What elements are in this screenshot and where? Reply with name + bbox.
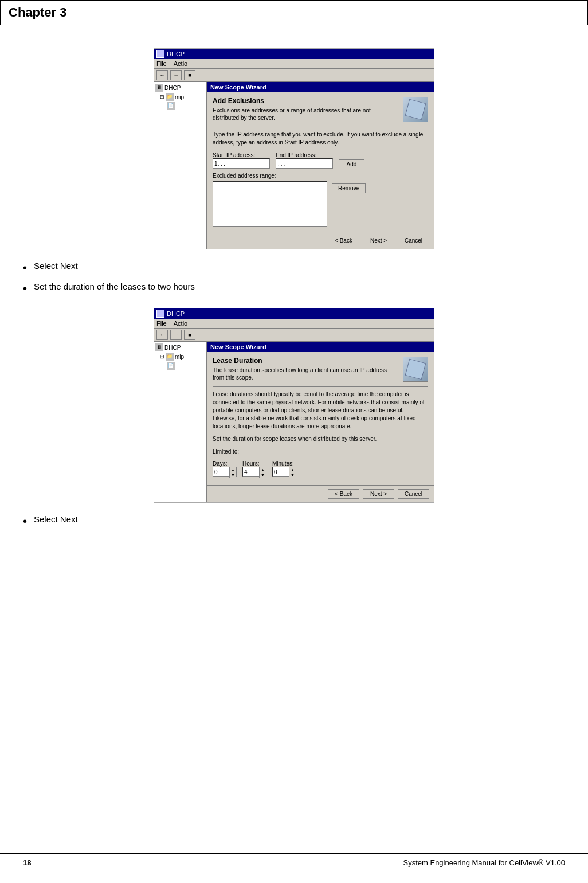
minutes-down[interactable]: ▼ (289, 472, 296, 478)
ip-fields-row-1: Start IP address: 1 . . . End IP address… (213, 151, 428, 169)
next-button-1[interactable]: Next > (363, 236, 394, 245)
toolbar-fwd-2[interactable]: → (170, 330, 182, 340)
win-body-1: 🖥 DHCP ⊟ 📁 mip 📄 New Scope Wizard (154, 82, 434, 249)
wizard-icon-inner-2 (405, 359, 426, 380)
excluded-range-listbox[interactable] (213, 181, 327, 227)
excluded-range-row: Remove (213, 181, 428, 227)
duration-row: Days: ▲ ▼ Hours: (213, 460, 428, 477)
toolbar-fwd-1[interactable]: → (170, 70, 182, 80)
minutes-up[interactable]: ▲ (289, 467, 296, 472)
end-ip-group: End IP address: . . . (276, 152, 333, 169)
screenshot-add-exclusions: DHCP File Actio ← → ■ 🖥 DHCP ⊟ 📁 (154, 48, 434, 249)
back-button-1[interactable]: < Back (328, 236, 359, 245)
wizard-section-title-1: Add Exclusions (213, 97, 396, 105)
win-tree-1: 🖥 DHCP ⊟ 📁 mip 📄 (154, 82, 207, 249)
tree-label-dhcp-2: DHCP (164, 345, 181, 351)
toolbar-extra-2[interactable]: ■ (184, 330, 195, 340)
menu-action-2[interactable]: Actio (174, 320, 187, 327)
bullet-item-2: • Select Next (23, 514, 565, 529)
back-button-2[interactable]: < Back (328, 489, 359, 499)
menu-file-2[interactable]: File (156, 320, 167, 327)
hours-input[interactable] (243, 469, 259, 475)
ip-end-sep-2: . (281, 161, 283, 167)
hours-spinner[interactable]: ▲ ▼ (242, 467, 266, 477)
days-arrows: ▲ ▼ (229, 467, 236, 476)
bullet-dot-0: • (23, 260, 27, 276)
tree-sub-1: 📄 (155, 101, 205, 111)
bullet-text-1: Set the duration of the leases to two ho… (34, 282, 195, 291)
toolbar-2: ← → ■ (154, 329, 434, 342)
wizard-body-1: Type the IP address range that you want … (213, 131, 428, 147)
wizard-section-title-2: Lease Duration (213, 357, 396, 365)
bullet-section-2: • Select Next (23, 514, 565, 529)
win-body-2: 🖥 DHCP ⊟ 📁 mip 📄 New Scope Wizard (154, 342, 434, 502)
menu-file-1[interactable]: File (156, 60, 167, 67)
hours-up[interactable]: ▲ (259, 467, 266, 472)
add-btn-group: Add (339, 159, 364, 169)
tree-icon-sub-2: 📄 (167, 362, 175, 370)
chapter-title: Chapter 3 (9, 5, 66, 19)
toolbar-back-2[interactable]: ← (156, 330, 168, 340)
wizard-icon-2 (403, 357, 428, 382)
tree-icon-mip-2: 📁 (166, 353, 174, 361)
dhcp-icon-2 (156, 310, 164, 318)
next-button-2[interactable]: Next > (363, 489, 394, 499)
page-footer: 18 System Engineering Manual for CellVie… (0, 853, 588, 872)
start-ip-label: Start IP address: (213, 152, 270, 158)
bullet-item-1: • Set the duration of the leases to two … (23, 282, 565, 296)
bullet-text-0: Select Next (34, 261, 78, 271)
cancel-button-1[interactable]: Cancel (398, 236, 429, 245)
dhcp-titlebar-2: DHCP (154, 308, 434, 319)
wizard-body-2b: Set the duration for scope leases when d… (213, 435, 428, 443)
hours-down[interactable]: ▼ (259, 472, 266, 478)
tree-icon-dhcp-1: 🖥 (155, 84, 163, 92)
wizard-icon-1 (403, 97, 428, 122)
minutes-arrows: ▲ ▼ (289, 467, 296, 476)
days-input[interactable] (213, 469, 229, 475)
remove-button[interactable]: Remove (332, 183, 366, 193)
ip-octet-1[interactable]: 1 (214, 161, 218, 167)
ip-end-sep-3: . (284, 161, 285, 167)
add-button[interactable]: Add (339, 159, 364, 169)
bullet-section-1: • Select Next • Set the duration of the … (23, 261, 565, 296)
tree-sub-2: 📄 (155, 361, 205, 370)
bullet-dot-2: • (23, 513, 27, 529)
limited-to-label: Limited to: (213, 448, 428, 456)
minutes-label: Minutes: (272, 460, 296, 467)
hours-arrows: ▲ ▼ (259, 467, 266, 476)
days-up[interactable]: ▲ (229, 467, 236, 472)
tree-icon-sub-1: 📄 (167, 102, 175, 110)
days-down[interactable]: ▼ (229, 472, 236, 478)
days-spinner[interactable]: ▲ ▼ (213, 467, 237, 477)
minutes-spinner[interactable]: ▲ ▼ (272, 467, 296, 477)
wizard-content-2: Lease Duration The lease duration specif… (207, 352, 434, 485)
tree-mip-1: ⊟ 📁 mip (155, 92, 205, 101)
minutes-input[interactable] (273, 469, 289, 475)
menu-action-1[interactable]: Actio (174, 60, 187, 67)
dhcp-title-2: DHCP (167, 310, 185, 317)
toolbar-back-1[interactable]: ← (156, 70, 168, 80)
wizard-titlebar-2: New Scope Wizard (207, 342, 434, 352)
menubar-1: File Actio (154, 59, 434, 69)
tree-label-mip-1: mip (175, 94, 184, 100)
wizard-titlebar-1: New Scope Wizard (207, 82, 434, 92)
days-group: Days: ▲ ▼ (213, 460, 237, 477)
hours-label: Hours: (242, 460, 266, 467)
cancel-button-2[interactable]: Cancel (398, 489, 429, 499)
wizard-footer-2: < Back Next > Cancel (207, 485, 434, 502)
tree-icon-mip-1: 📁 (166, 93, 174, 101)
page-number: 18 (23, 858, 31, 867)
ip-sep-2: . (221, 161, 222, 167)
end-ip-field[interactable]: . . . (276, 158, 333, 169)
bullet-dot-1: • (23, 280, 27, 296)
menubar-2: File Actio (154, 319, 434, 329)
wizard-section-subtitle-2: The lease duration specifies how long a … (213, 366, 396, 381)
toolbar-extra-1[interactable]: ■ (184, 70, 195, 80)
win-tree-2: 🖥 DHCP ⊟ 📁 mip 📄 (154, 342, 207, 502)
tree-icon-dhcp-2: 🖥 (155, 343, 163, 351)
wizard-header-text-1: Add Exclusions Exclusions are addresses … (213, 97, 396, 122)
start-ip-field[interactable]: 1 . . . (213, 158, 270, 169)
excluded-range-label: Excluded address range: (213, 173, 428, 179)
ip-sep-3: . (224, 161, 225, 167)
bullet-text-2: Select Next (34, 514, 78, 524)
